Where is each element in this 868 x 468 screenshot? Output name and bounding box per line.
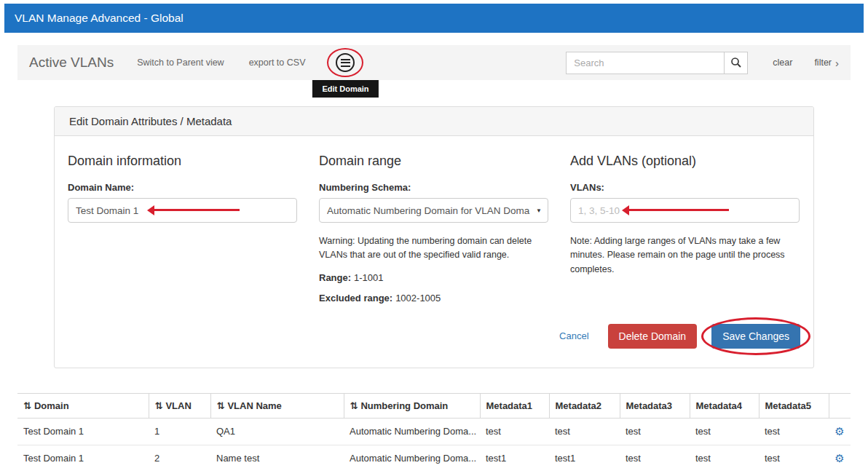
- range-value: 1-1001: [354, 272, 383, 283]
- search-button[interactable]: [724, 52, 748, 74]
- domain-name-label: Domain Name:: [68, 182, 297, 193]
- cell-vlan-name: Name test: [210, 445, 344, 468]
- column-header-actions: [829, 393, 851, 418]
- column-header-vlan[interactable]: ⇅VLAN: [149, 393, 210, 418]
- column-header-numbering-domain[interactable]: ⇅Numbering Domain: [344, 393, 480, 418]
- search-group: [566, 52, 748, 74]
- column-header-metadata5: Metadata5: [759, 393, 829, 418]
- cell-metadata5: test: [759, 445, 829, 468]
- domain-name-input[interactable]: [68, 198, 297, 223]
- domain-range-section: Domain range Numbering Schema: Automatic…: [319, 154, 548, 304]
- sort-icon: ⇅: [23, 400, 31, 411]
- cell-metadata2: test1: [549, 445, 620, 468]
- table-row: Test Domain 1 1 QA1 Automatic Numbering …: [17, 418, 851, 445]
- edit-domain-menu-wrap: Edit Domain: [336, 53, 355, 72]
- sort-icon: ⇅: [217, 400, 225, 411]
- cell-vlan: 1: [149, 418, 210, 445]
- cell-metadata5: test: [759, 418, 829, 445]
- column-header-domain[interactable]: ⇅Domain: [17, 393, 149, 418]
- row-actions-cell: ⚙: [829, 445, 851, 468]
- cell-metadata2: test: [549, 418, 620, 445]
- table-header-row: ⇅Domain ⇅VLAN ⇅VLAN Name ⇅Numbering Doma…: [17, 393, 851, 418]
- clear-link[interactable]: clear: [773, 57, 792, 68]
- vlans-input[interactable]: [570, 198, 800, 223]
- vlans-label: VLANs:: [570, 182, 800, 193]
- edit-domain-tooltip: Edit Domain: [312, 80, 378, 98]
- row-actions-cell: ⚙: [829, 418, 851, 445]
- numbering-schema-select[interactable]: Automatic Numbering Domain for VLAN Doma…: [319, 198, 548, 223]
- sort-icon: ⇅: [155, 400, 163, 411]
- numbering-schema-label: Numbering Schema:: [319, 182, 548, 193]
- cell-numbering-domain: Automatic Numbering Doma...: [344, 418, 480, 445]
- vlans-note-text: Note: Adding large ranges of VLANs may t…: [570, 234, 800, 277]
- save-changes-wrap: Save Changes: [711, 324, 800, 349]
- table-row: Test Domain 1 2 Name test Automatic Numb…: [17, 445, 851, 468]
- cancel-link[interactable]: Cancel: [559, 330, 588, 341]
- excluded-range-value: 1002-1005: [395, 293, 441, 304]
- filter-link[interactable]: filter ›: [814, 57, 839, 69]
- column-header-metadata3: Metadata3: [620, 393, 690, 418]
- domain-range-heading: Domain range: [319, 154, 548, 169]
- cell-numbering-domain: Automatic Numbering Doma...: [344, 445, 480, 468]
- search-input[interactable]: [566, 52, 725, 74]
- gear-icon[interactable]: ⚙: [835, 452, 844, 464]
- panel-body: Domain information Domain Name: Domain r…: [55, 136, 813, 368]
- cell-domain: Test Domain 1: [17, 418, 149, 445]
- domain-information-section: Domain information Domain Name:: [68, 154, 297, 304]
- panel-title: Edit Domain Attributes / Metadata: [55, 107, 813, 136]
- active-vlans-heading: Active VLANs: [29, 55, 114, 71]
- excluded-range-label: Excluded range:: [319, 293, 392, 304]
- cell-metadata4: test: [690, 445, 759, 468]
- domain-information-heading: Domain information: [68, 154, 297, 169]
- filter-link-label: filter: [814, 57, 832, 68]
- page-title: VLAN Manage Advanced - Global: [15, 12, 184, 25]
- vlan-table: ⇅Domain ⇅VLAN ⇅VLAN Name ⇅Numbering Doma…: [17, 393, 851, 468]
- add-vlans-heading: Add VLANs (optional): [570, 154, 800, 169]
- numbering-schema-value: Automatic Numbering Domain for VLAN Doma: [327, 205, 533, 216]
- cell-metadata4: test: [690, 418, 759, 445]
- range-line: Range:1-1001: [319, 272, 548, 283]
- toolbar: Active VLANs Switch to Parent view expor…: [17, 45, 851, 80]
- panel-actions: Cancel Delete Domain Save Changes: [68, 324, 800, 349]
- excluded-range-line: Excluded range:1002-1005: [319, 293, 548, 304]
- column-header-vlan-name[interactable]: ⇅VLAN Name: [210, 393, 344, 418]
- sort-icon: ⇅: [350, 400, 358, 411]
- numbering-warning-text: Warning: Updating the numbering domain c…: [319, 234, 548, 263]
- add-vlans-section: Add VLANs (optional) VLANs: Note: Adding…: [570, 154, 800, 304]
- range-label: Range:: [319, 272, 351, 283]
- column-header-metadata1: Metadata1: [480, 393, 549, 418]
- cell-vlan-name: QA1: [210, 418, 344, 445]
- chevron-down-icon: ▼: [536, 207, 542, 214]
- column-header-metadata2: Metadata2: [549, 393, 620, 418]
- cell-vlan: 2: [149, 445, 210, 468]
- chevron-right-icon: ›: [835, 57, 839, 69]
- search-icon: [730, 57, 742, 68]
- edit-domain-panel: Edit Domain Attributes / Metadata Domain…: [54, 106, 814, 368]
- panel-columns: Domain information Domain Name: Domain r…: [68, 154, 800, 304]
- app-header: VLAN Manage Advanced - Global: [4, 4, 864, 33]
- cell-metadata1: test1: [480, 445, 549, 468]
- cell-metadata3: test: [620, 445, 690, 468]
- cell-metadata1: test: [480, 418, 549, 445]
- menu-icon[interactable]: [336, 53, 355, 72]
- export-to-csv-link[interactable]: export to CSV: [249, 57, 306, 68]
- column-header-metadata4: Metadata4: [690, 393, 759, 418]
- cell-domain: Test Domain 1: [17, 445, 149, 468]
- switch-to-parent-view-link[interactable]: Switch to Parent view: [137, 57, 224, 68]
- gear-icon[interactable]: ⚙: [835, 425, 844, 437]
- cell-metadata3: test: [620, 418, 690, 445]
- delete-domain-button[interactable]: Delete Domain: [608, 324, 698, 349]
- save-changes-button[interactable]: Save Changes: [711, 324, 800, 349]
